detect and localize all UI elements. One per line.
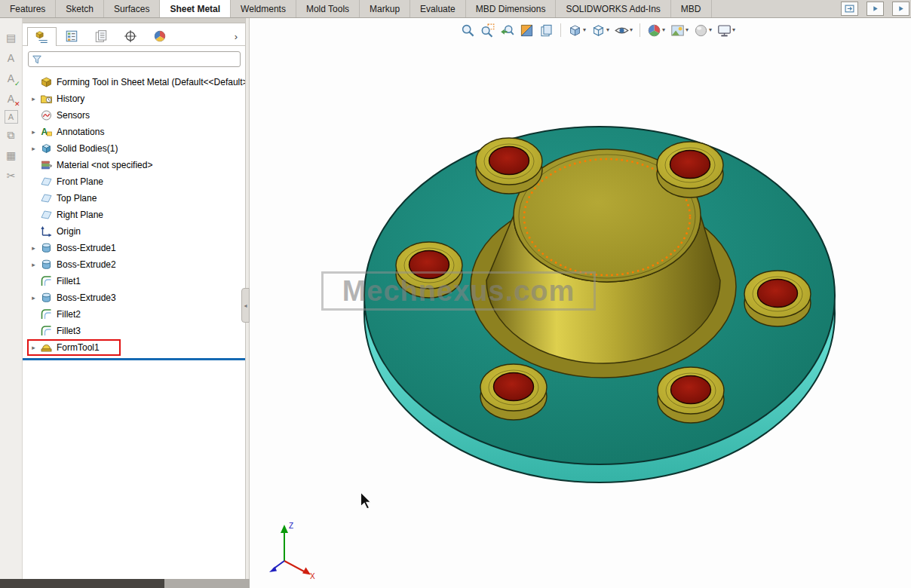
tab-displaymanager[interactable] [145,26,174,45]
display-style-button[interactable]: ▾ [591,23,609,38]
tree-item-boss-extrude2[interactable]: ▸ Boss-Extrude2 [23,256,245,273]
previous-view-button[interactable] [500,23,514,38]
collapse-ribbon-button[interactable] [841,2,858,16]
tree-item-fillet1[interactable]: Fillet1 [23,273,245,289]
dropdown-caret-icon[interactable]: ▾ [686,27,689,33]
expand-arrow-icon[interactable]: ▸ [29,261,38,268]
apply-scene-icon [670,23,685,38]
edit-appearance-button[interactable]: ▾ [647,23,665,38]
edit-appearance-icon [647,23,661,38]
tab-bar-spacer [712,0,841,17]
boxed-text-icon[interactable]: A [5,110,18,124]
tab-featuremanager-design-tree[interactable] [27,27,57,46]
bolt-boss-5[interactable] [480,364,547,420]
clipboard-icon[interactable]: ⧉ [2,126,20,144]
toolbar-separator [640,23,640,37]
filter-funnel-icon [32,54,42,65]
bolt-boss-1[interactable] [476,138,542,194]
expand-pane-icon-2 [896,4,906,14]
tab-evaluate[interactable]: Evaluate [410,0,466,17]
fillet-icon [40,308,53,320]
tree-item-annotations[interactable]: ▸ Annotations [23,124,245,140]
camera-views-button[interactable]: ▾ [717,23,735,38]
bolt-boss-2[interactable] [657,142,723,198]
tab-mbd-dimensions[interactable]: MBD Dimensions [466,0,557,17]
tab-mbd[interactable]: MBD [671,0,712,17]
expand-arrow-icon[interactable]: ▸ [29,128,38,136]
tree-item-boss-extrude3[interactable]: ▸ Boss-Extrude3 [23,289,245,306]
image-stamp-icon[interactable]: ▤ [2,29,20,47]
tree-item-origin[interactable]: Origin [23,223,245,240]
expand-arrow-icon[interactable]: ▸ [29,294,38,302]
toolbar-separator [560,23,561,37]
tab-sketch[interactable]: Sketch [56,0,104,17]
rollback-bar[interactable] [23,358,245,360]
tree-item-top-plane[interactable]: Top Plane [23,190,245,207]
panel-scrollbar-track[interactable] [164,579,250,588]
view-settings-button[interactable]: ▾ [694,23,712,38]
display-style-icon [591,23,606,38]
expand-arrow-icon[interactable]: ▸ [29,145,38,152]
reject-mark-icon[interactable]: A✕ [2,90,20,108]
3d-drawing-view-button[interactable] [539,23,554,38]
bolt-boss-6[interactable] [658,367,724,423]
dropdown-caret-icon[interactable]: ▾ [732,27,735,33]
tab-features[interactable]: Features [0,0,56,17]
tab-dimxpertmanager[interactable] [115,26,145,45]
tree-item-solid-bodies[interactable]: ▸ Solid Bodies(1) [23,140,245,157]
tree-item-boss-extrude1[interactable]: ▸ Boss-Extrude1 [23,240,245,256]
tab-configurationmanager[interactable] [86,26,115,45]
tab-weldments[interactable]: Weldments [231,0,296,17]
tree-root-part[interactable]: Forming Tool in Sheet Metal (Default<<De… [23,74,245,90]
approve-check-icon[interactable]: A✓ [2,69,20,87]
expand-arrow-icon[interactable]: ▸ [29,244,38,252]
tree-item-front-plane[interactable]: Front Plane [23,173,245,190]
triad-z-label: Z [289,522,293,530]
tab-surfaces[interactable]: Surfaces [104,0,160,17]
dropdown-caret-icon[interactable]: ▾ [606,27,609,33]
hide-show-items-icon [615,23,629,38]
plane-icon [40,192,53,204]
panel-drag-bar[interactable] [23,18,245,23]
tab-markup[interactable]: Markup [360,0,410,17]
tree-item-formtool1[interactable]: ▸ FormTool1 [23,339,245,356]
tab-mold-tools[interactable]: Mold Tools [296,0,360,17]
graphics-area[interactable]: ▾ ▾ ▾ ▾ ▾ ▾ [250,18,911,588]
dropdown-caret-icon[interactable]: ▾ [583,27,586,33]
origin-icon [40,225,53,237]
dropdown-caret-icon[interactable]: ▾ [630,27,633,33]
tree-item-history[interactable]: ▸ History [23,90,245,107]
expand-arrow-icon[interactable]: ▸ [29,95,38,103]
bolt-boss-4[interactable] [744,271,811,326]
tree-item-fillet3[interactable]: Fillet3 [23,323,245,339]
tab-sheet-metal[interactable]: Sheet Metal [160,0,231,17]
view-orientation-button[interactable]: ▾ [568,23,586,38]
apply-scene-button[interactable]: ▾ [670,23,689,38]
tab-solidworks-add-ins[interactable]: SOLIDWORKS Add-Ins [556,0,670,17]
expand-pane-button-2[interactable] [892,2,909,16]
tree-item-right-plane[interactable]: Right Plane [23,207,245,223]
grid-component-icon[interactable]: ▦ [2,146,20,164]
boss-extrude-icon [40,242,53,254]
dropdown-caret-icon[interactable]: ▾ [662,27,665,33]
dropdown-caret-icon[interactable]: ▾ [709,27,712,33]
expand-arrow-icon[interactable]: ▸ [29,344,38,351]
cut-tool-icon[interactable]: ✂ [2,167,20,185]
tree-item-fillet2[interactable]: Fillet2 [23,306,245,323]
part-icon [40,76,53,88]
tree-item-sensors[interactable]: Sensors [23,107,245,124]
tab-propertymanager[interactable] [57,26,86,45]
feature-tree-filter-input[interactable] [45,54,237,66]
panel-collapse-handle[interactable]: ◂ [241,288,250,323]
watermark-text: Mechnexus.com [321,271,596,311]
expand-pane-button[interactable] [867,2,884,16]
text-note-icon[interactable]: A [2,49,20,67]
tree-item-material[interactable]: Material <not specified> [23,157,245,173]
section-view-button[interactable] [520,23,534,38]
zoom-to-fit-button[interactable] [461,23,475,38]
zoom-to-area-button[interactable] [480,23,495,38]
panel-tabs-overflow-chevron[interactable]: › [235,31,242,45]
tree-root-label: Forming Tool in Sheet Metal (Default<<De… [54,77,253,87]
dimxpertmanager-icon [124,29,137,43]
hide-show-items-button[interactable]: ▾ [615,23,633,38]
